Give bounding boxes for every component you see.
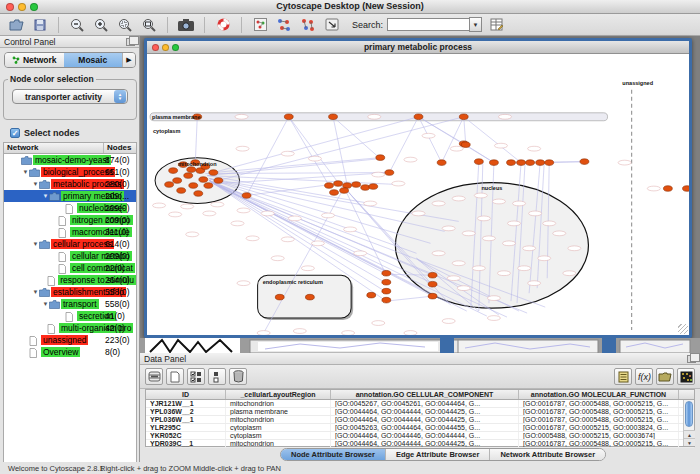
scrollbar-thumb[interactable] <box>685 401 693 427</box>
graph-node[interactable] <box>428 281 437 287</box>
graph-node[interactable] <box>204 183 213 189</box>
tab-network-attribute-browser[interactable]: Network Attribute Browser <box>490 449 605 460</box>
graph-edge[interactable] <box>386 296 432 301</box>
graph-node[interactable] <box>209 170 218 176</box>
graph-node-label[interactable] <box>647 186 660 191</box>
graph-node[interactable] <box>242 193 251 199</box>
vizmapper-edges-icon[interactable] <box>298 16 318 34</box>
function-builder-icon[interactable]: f(x) <box>635 368 653 385</box>
table-row[interactable]: YLR295Ccytoplasm[GO:0045263, GO:0044464,… <box>146 424 694 432</box>
graph-node-label[interactable] <box>237 281 250 286</box>
graph-node[interactable] <box>177 188 186 194</box>
graph-node-label[interactable] <box>494 143 507 148</box>
snapshot-icon[interactable] <box>176 16 196 34</box>
table-row[interactable]: YJR121W__1mitochondrion[GO:0045267, GO:0… <box>146 400 694 408</box>
tab-node-attribute-browser[interactable]: Node Attribute Browser <box>281 449 386 460</box>
graph-node-label[interactable] <box>457 286 470 291</box>
unselect-all-attributes-icon[interactable] <box>208 368 226 385</box>
graph-node[interactable] <box>683 186 689 192</box>
graph-node[interactable] <box>325 183 334 189</box>
graph-node[interactable] <box>305 294 314 300</box>
notes-icon[interactable] <box>614 368 632 385</box>
graph-node-label[interactable] <box>523 246 536 251</box>
graph-node-label[interactable] <box>288 216 301 221</box>
expander-icon[interactable]: ▼ <box>42 193 49 199</box>
graph-node[interactable] <box>489 160 498 166</box>
new-attribute-icon[interactable] <box>166 368 184 385</box>
graph-node[interactable] <box>284 114 293 120</box>
graph-node-label[interactable] <box>169 212 182 217</box>
graph-node-label[interactable] <box>301 266 314 271</box>
open-file-icon[interactable] <box>6 16 26 34</box>
graph-node[interactable] <box>361 185 370 191</box>
graph-node[interactable] <box>507 160 516 166</box>
graph-node-label[interactable] <box>404 157 417 162</box>
graph-node-label[interactable] <box>344 227 357 232</box>
vizmapper-nodes-icon[interactable] <box>274 16 294 34</box>
graph-node[interactable] <box>580 159 589 165</box>
graph-node[interactable] <box>334 181 343 187</box>
tree-row[interactable]: ▼biological_process651(0) <box>4 166 136 178</box>
graph-node-label[interactable] <box>482 236 495 241</box>
tree-row[interactable]: Overview8(0) <box>4 346 136 358</box>
select-all-attributes-icon[interactable] <box>187 368 205 385</box>
graph-node-label[interactable] <box>432 251 445 256</box>
expander-icon[interactable]: ▼ <box>32 289 39 295</box>
graph-node-label[interactable] <box>368 114 381 119</box>
graph-node-label[interactable] <box>422 133 435 138</box>
tree-row[interactable]: unassigned223(0) <box>4 334 136 346</box>
table-scrollbar[interactable]: ▲ ▼ <box>683 400 694 446</box>
save-icon[interactable] <box>30 16 50 34</box>
search-dropdown-arrow-icon[interactable]: ▼ <box>469 17 482 32</box>
graph-node-label[interactable] <box>618 160 631 165</box>
scroll-down-icon[interactable]: ▼ <box>684 438 695 446</box>
graph-node[interactable] <box>382 279 391 285</box>
graph-node-label[interactable] <box>492 199 505 204</box>
tree-row[interactable]: cellular metabo209(0) <box>4 250 136 262</box>
zoom-in-icon[interactable] <box>91 16 111 34</box>
graph-node-label[interactable] <box>529 211 542 216</box>
table-row[interactable]: YPL036W__2plasma membrane[GO:0044464, GO… <box>146 408 694 416</box>
graph-node[interactable] <box>330 190 339 196</box>
graph-node-label[interactable] <box>236 146 249 151</box>
graph-node-label[interactable] <box>513 201 526 206</box>
graph-node-label[interactable] <box>477 216 490 221</box>
matrix-icon[interactable] <box>677 368 695 385</box>
graph-node[interactable] <box>428 272 437 278</box>
delete-attribute-icon[interactable] <box>229 368 247 385</box>
graph-node[interactable] <box>340 188 349 194</box>
tree-row[interactable]: ▼transport558(0) <box>4 298 136 310</box>
expander-icon[interactable]: ▼ <box>32 241 39 247</box>
tree-row[interactable]: ▼metabolic process280(0) <box>4 178 136 190</box>
annotation-icon[interactable] <box>250 16 270 34</box>
graph-node-label[interactable] <box>372 321 385 326</box>
tree-row[interactable]: cell communicat22(0) <box>4 262 136 274</box>
expander-icon[interactable]: ▼ <box>22 169 29 175</box>
graph-node-label[interactable] <box>474 193 487 198</box>
attribute-select-icon[interactable] <box>145 368 163 385</box>
graph-node-label[interactable] <box>281 237 294 242</box>
graph-node[interactable] <box>385 170 394 176</box>
graph-node-label[interactable] <box>507 221 520 226</box>
graph-node[interactable] <box>189 183 198 189</box>
graph-node[interactable] <box>352 182 361 188</box>
graph-node-label[interactable] <box>354 251 367 256</box>
graph-node-label[interactable] <box>257 331 270 335</box>
network-canvas[interactable]: plasma membranecytoplasmmitochondrionnuc… <box>147 54 689 335</box>
graph-node[interactable] <box>474 159 483 165</box>
graph-node[interactable] <box>369 184 378 190</box>
zoom-fit-icon[interactable] <box>139 16 159 34</box>
graph-node[interactable] <box>663 186 672 192</box>
graph-node[interactable] <box>459 114 468 120</box>
tree-row[interactable]: nitrogen compo209(0) <box>4 214 136 226</box>
graph-node[interactable] <box>173 178 182 184</box>
tree-row[interactable]: multi-organism pro42(0) <box>4 322 136 334</box>
graph-node[interactable] <box>382 297 391 303</box>
tree-row[interactable]: macromolecule311(0) <box>4 226 136 238</box>
scroll-up-icon[interactable]: ▲ <box>684 430 695 438</box>
graph-node-label[interactable] <box>543 221 556 226</box>
tree-row[interactable]: response to stimulu264(0) <box>4 274 136 286</box>
graph-node-label[interactable] <box>538 256 551 261</box>
graph-node-label[interactable] <box>497 271 510 276</box>
graph-node-label[interactable] <box>404 331 417 335</box>
